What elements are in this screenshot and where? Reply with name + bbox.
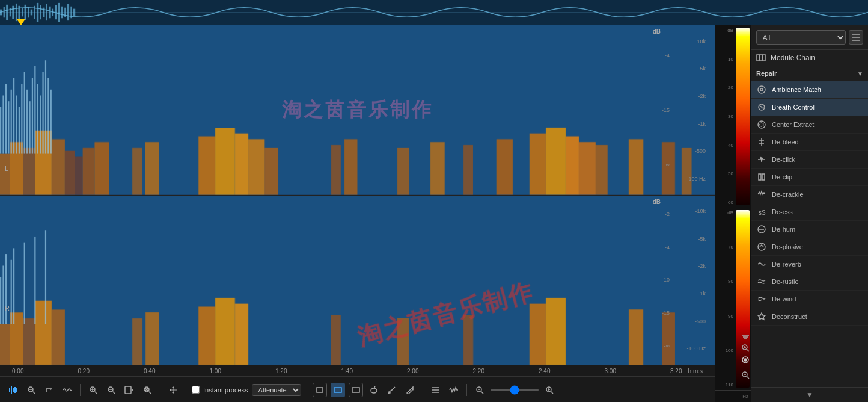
ambience-match-icon bbox=[756, 84, 767, 95]
module-item-de-crackle[interactable]: De-crackle bbox=[751, 186, 868, 203]
right-meter-panel: dB 10 20 30 40 50 60 dB 70 80 90 100 110 bbox=[715, 25, 751, 402]
svg-rect-55 bbox=[629, 139, 643, 194]
channel-right[interactable]: -2 -4 -10 -15 -∞ -10k -5k -2k -1k -500 -… bbox=[0, 196, 715, 365]
svg-rect-124 bbox=[317, 388, 323, 392]
zoom-out-right-btn[interactable] bbox=[472, 383, 487, 397]
pencil-btn[interactable] bbox=[403, 383, 417, 397]
zoom-in-spec-btn[interactable] bbox=[86, 383, 100, 397]
svg-rect-86 bbox=[235, 303, 248, 365]
svg-line-140 bbox=[747, 350, 750, 352]
svg-rect-44 bbox=[566, 136, 579, 194]
meter-bar-upper bbox=[735, 25, 751, 208]
brush-btn[interactable] bbox=[385, 383, 399, 397]
instant-process-label: Instant process bbox=[203, 386, 248, 394]
svg-rect-69 bbox=[29, 101, 30, 153]
timeline-mark-4: 1:20 bbox=[275, 368, 287, 374]
channel-left[interactable]: -4 -15 -∞ -10k -5k -2k -1k -500 -100 Hz … bbox=[0, 25, 715, 196]
module-item-de-reverb[interactable]: De-reverb bbox=[751, 256, 868, 273]
pan-tool-btn[interactable] bbox=[166, 383, 180, 397]
zoom-in-right-btn[interactable] bbox=[542, 383, 557, 397]
module-item-de-click[interactable]: De-click bbox=[751, 151, 868, 169]
waveform-edit-btn[interactable] bbox=[447, 383, 461, 397]
rect-select-btn[interactable] bbox=[313, 383, 327, 397]
svg-rect-107 bbox=[14, 387, 16, 393]
hamburger-btn[interactable] bbox=[849, 30, 863, 45]
zoom-in-icon[interactable] bbox=[741, 344, 750, 354]
zoom-out-icon-lower[interactable] bbox=[741, 371, 750, 381]
svg-rect-88 bbox=[546, 297, 566, 365]
svg-rect-67 bbox=[24, 72, 25, 154]
loop-btn[interactable] bbox=[42, 383, 57, 397]
module-item-de-ess[interactable]: sS De-ess bbox=[751, 203, 868, 221]
module-item-de-plosive[interactable]: De-plosive bbox=[751, 238, 868, 256]
separator-4 bbox=[307, 384, 307, 396]
module-item-center-extract[interactable]: Center Extract bbox=[751, 116, 868, 134]
zoom-out-btn[interactable] bbox=[24, 383, 38, 397]
selection-zoom-btn[interactable] bbox=[122, 383, 136, 397]
svg-rect-74 bbox=[42, 72, 43, 154]
de-clip-icon bbox=[756, 172, 767, 182]
lasso-btn[interactable] bbox=[367, 383, 381, 397]
svg-rect-100 bbox=[13, 248, 14, 324]
svg-rect-90 bbox=[145, 312, 159, 365]
svg-rect-45 bbox=[579, 142, 596, 194]
svg-rect-81 bbox=[23, 318, 35, 365]
svg-rect-61 bbox=[8, 101, 9, 153]
audio-indicator-btn[interactable] bbox=[6, 383, 20, 397]
timeline-mark-3: 1:00 bbox=[210, 368, 221, 374]
module-item-de-wind[interactable]: De-wind bbox=[751, 291, 868, 308]
meter-bar-lower bbox=[735, 208, 751, 390]
all-dropdown[interactable]: All bbox=[756, 30, 846, 45]
circle-indicator[interactable] bbox=[741, 356, 750, 366]
module-item-ambience-match[interactable]: Ambience Match bbox=[751, 81, 868, 99]
de-click-icon bbox=[756, 154, 767, 165]
svg-line-123 bbox=[149, 391, 151, 394]
attenuate-select[interactable]: Attenuate Remove bbox=[252, 384, 301, 396]
lines-btn[interactable] bbox=[429, 383, 443, 397]
freq-scale-lower: -10k -5k -2k -1k -500 -100 Hz bbox=[673, 196, 706, 365]
module-item-breath-control[interactable]: Breath Control bbox=[751, 99, 868, 116]
de-reverb-label: De-reverb bbox=[772, 261, 801, 268]
freq-scale-upper: -10k -5k -2k -1k -500 -100 Hz bbox=[673, 25, 706, 195]
svg-line-133 bbox=[481, 391, 483, 394]
repair-arrow: ▼ bbox=[857, 70, 863, 77]
center-extract-label: Center Extract bbox=[772, 121, 814, 128]
spectrogram-left bbox=[0, 25, 715, 195]
svg-rect-154 bbox=[757, 55, 759, 61]
separator-2 bbox=[160, 384, 160, 396]
module-item-de-hum[interactable]: De-hum bbox=[751, 221, 868, 238]
db-label-lower: dB bbox=[653, 199, 661, 205]
svg-rect-87 bbox=[530, 303, 546, 365]
svg-rect-98 bbox=[5, 254, 7, 324]
fit-btn[interactable] bbox=[140, 383, 154, 397]
time-select-btn[interactable] bbox=[349, 383, 363, 397]
zoom-slider[interactable] bbox=[491, 389, 539, 391]
meter-db-labels-lower: dB 70 80 90 100 110 bbox=[715, 208, 735, 390]
module-item-de-rustle[interactable]: De-rustle bbox=[751, 273, 868, 291]
de-plosive-icon bbox=[756, 241, 767, 252]
instant-process-checkbox[interactable] bbox=[192, 386, 200, 394]
svg-rect-79 bbox=[0, 324, 10, 365]
svg-rect-49 bbox=[344, 139, 357, 194]
svg-rect-125 bbox=[334, 388, 341, 392]
wave-btn[interactable] bbox=[60, 383, 75, 397]
timeline-mark-6: 2:00 bbox=[407, 368, 418, 374]
module-item-de-bleed[interactable]: De-bleed bbox=[751, 134, 868, 151]
zoom-out-spec-btn[interactable] bbox=[104, 383, 118, 397]
svg-rect-43 bbox=[546, 128, 566, 195]
module-chain-item[interactable]: Module Chain bbox=[751, 50, 868, 66]
de-hum-icon bbox=[756, 224, 767, 235]
svg-rect-46 bbox=[132, 148, 142, 195]
module-item-deconstruct[interactable]: Deconstruct bbox=[751, 308, 868, 326]
svg-rect-108 bbox=[16, 388, 17, 392]
de-clip-label: De-clip bbox=[772, 173, 792, 181]
svg-rect-66 bbox=[21, 84, 22, 153]
svg-rect-77 bbox=[50, 90, 52, 154]
module-item-de-clip[interactable]: De-clip bbox=[751, 169, 868, 186]
svg-point-163 bbox=[760, 123, 763, 126]
top-waveform-visual bbox=[0, 0, 868, 25]
panel-bottom-arrow[interactable]: ▼ bbox=[751, 387, 868, 402]
freq-select-btn[interactable] bbox=[331, 383, 345, 397]
svg-rect-63 bbox=[13, 78, 14, 153]
svg-line-136 bbox=[551, 391, 553, 394]
